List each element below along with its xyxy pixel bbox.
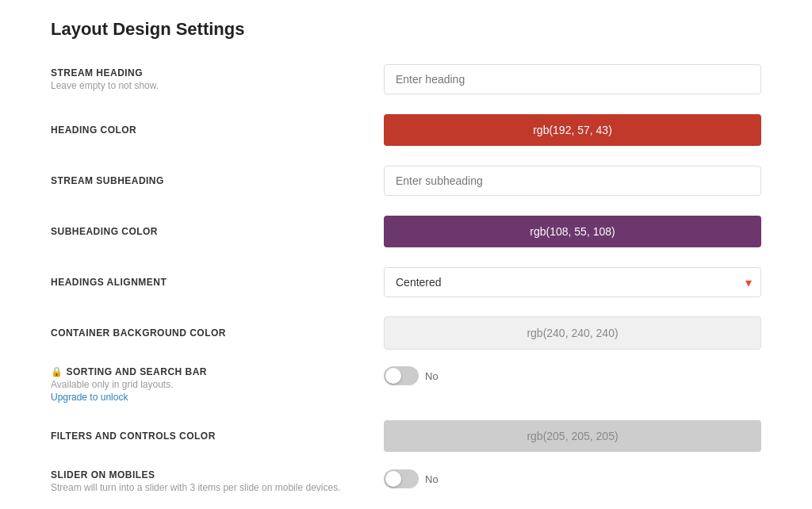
- filters-controls-color-control: rgb(205, 205, 205): [384, 420, 761, 452]
- slider-toggle-thumb: [385, 471, 401, 487]
- lock-icon: 🔒: [51, 366, 63, 377]
- slider-toggle[interactable]: [384, 469, 419, 488]
- toggle-thumb: [385, 368, 401, 384]
- sorting-toggle[interactable]: [384, 366, 419, 385]
- container-bg-color-swatch[interactable]: rgb(240, 240, 240): [384, 316, 761, 350]
- stream-heading-input[interactable]: [384, 64, 761, 94]
- stream-heading-control: [384, 64, 761, 94]
- stream-subheading-input[interactable]: [384, 166, 761, 196]
- headings-alignment-select-wrapper: Left Centered Right ▾: [384, 267, 761, 297]
- heading-color-row: HEADING COLOR rgb(192, 57, 43): [51, 113, 761, 147]
- page-container: Layout Design Settings STREAM HEADING Le…: [25, 0, 787, 509]
- stream-heading-row: STREAM HEADING Leave empty to not show.: [51, 62, 761, 97]
- headings-alignment-select[interactable]: Left Centered Right: [384, 267, 761, 297]
- subheading-color-label: SUBHEADING COLOR: [51, 226, 368, 237]
- slider-on-mobiles-control: No: [384, 469, 761, 488]
- sorting-search-bar-label-col: 🔒SORTING AND SEARCH BAR Available only i…: [51, 366, 384, 403]
- slider-toggle-wrapper: No: [384, 469, 761, 488]
- heading-color-control: rgb(192, 57, 43): [384, 114, 761, 146]
- sorting-search-bar-sublabel: Available only in grid layouts.: [51, 379, 368, 390]
- heading-color-swatch[interactable]: rgb(192, 57, 43): [384, 114, 761, 146]
- slider-on-mobiles-sublabel: Stream will turn into a slider with 3 it…: [51, 482, 368, 493]
- stream-subheading-control: [384, 166, 761, 196]
- sorting-toggle-label: No: [425, 370, 439, 382]
- subheading-color-label-col: SUBHEADING COLOR: [51, 226, 384, 237]
- headings-alignment-row: HEADINGS ALIGNMENT Left Centered Right ▾: [51, 265, 761, 300]
- stream-heading-sublabel: Leave empty to not show.: [51, 80, 368, 91]
- heading-color-label-col: HEADING COLOR: [51, 124, 384, 136]
- sorting-search-bar-label: 🔒SORTING AND SEARCH BAR: [51, 366, 368, 377]
- sorting-toggle-wrapper: No: [384, 366, 761, 385]
- stream-subheading-row: STREAM SUBHEADING: [51, 163, 761, 198]
- subheading-color-control: rgb(108, 55, 108): [384, 216, 761, 247]
- slider-on-mobiles-label: SLIDER ON MOBILES: [51, 469, 368, 480]
- filters-controls-color-label-col: FILTERS AND CONTROLS COLOR: [51, 431, 384, 442]
- sorting-search-bar-control: No: [384, 366, 761, 385]
- headings-alignment-label: HEADINGS ALIGNMENT: [51, 277, 368, 288]
- stream-heading-label-col: STREAM HEADING Leave empty to not show.: [51, 67, 384, 91]
- upgrade-link[interactable]: Upgrade to unlock: [51, 392, 368, 403]
- headings-alignment-label-col: HEADINGS ALIGNMENT: [51, 277, 384, 288]
- heading-color-label: HEADING COLOR: [51, 124, 368, 136]
- stream-subheading-label: STREAM SUBHEADING: [51, 175, 368, 186]
- filters-controls-color-label: FILTERS AND CONTROLS COLOR: [51, 431, 368, 442]
- headings-alignment-control: Left Centered Right ▾: [384, 267, 761, 297]
- container-bg-color-control: rgb(240, 240, 240): [384, 316, 761, 350]
- slider-on-mobiles-label-col: SLIDER ON MOBILES Stream will turn into …: [51, 469, 384, 493]
- stream-subheading-label-col: STREAM SUBHEADING: [51, 175, 384, 186]
- page-title: Layout Design Settings: [51, 19, 761, 40]
- slider-on-mobiles-row: SLIDER ON MOBILES Stream will turn into …: [51, 469, 761, 504]
- filters-controls-color-swatch[interactable]: rgb(205, 205, 205): [384, 420, 761, 452]
- container-bg-color-label-col: CONTAINER BACKGROUND COLOR: [51, 327, 384, 339]
- stream-heading-label: STREAM HEADING: [51, 67, 368, 78]
- container-bg-color-label: CONTAINER BACKGROUND COLOR: [51, 327, 368, 339]
- sorting-search-bar-row: 🔒SORTING AND SEARCH BAR Available only i…: [51, 366, 761, 403]
- container-bg-color-row: CONTAINER BACKGROUND COLOR rgb(240, 240,…: [51, 316, 761, 350]
- filters-controls-color-row: FILTERS AND CONTROLS COLOR rgb(205, 205,…: [51, 419, 761, 454]
- slider-toggle-label: No: [425, 473, 439, 485]
- subheading-color-swatch[interactable]: rgb(108, 55, 108): [384, 216, 761, 247]
- subheading-color-row: SUBHEADING COLOR rgb(108, 55, 108): [51, 214, 761, 249]
